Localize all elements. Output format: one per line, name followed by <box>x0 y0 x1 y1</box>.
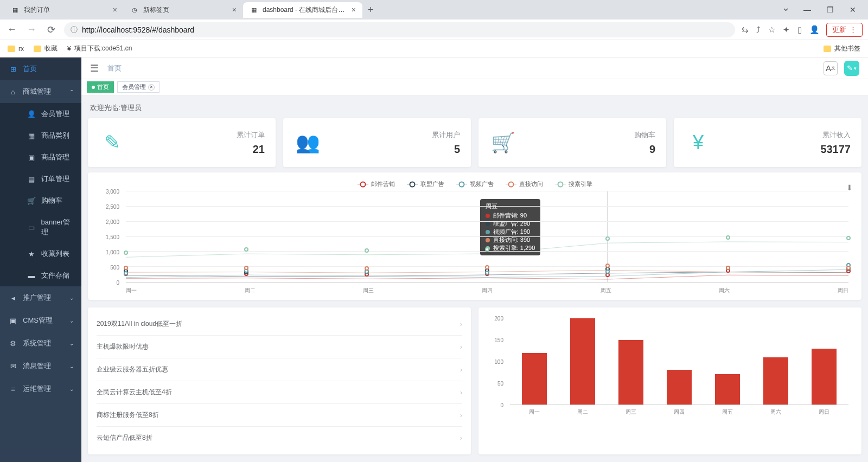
profile-icon[interactable]: 👤 <box>809 25 820 35</box>
bar[interactable] <box>812 349 837 405</box>
language-icon[interactable]: A文 <box>824 61 838 75</box>
sidebar-item-file[interactable]: ▬文件存储 <box>22 265 81 286</box>
browser-tab-active[interactable]: ▦ dashboard - 在线商城后台管理 × <box>243 2 362 18</box>
forward-button[interactable]: → <box>25 23 38 36</box>
list-item[interactable]: 云短信产品低至8折› <box>97 427 462 449</box>
data-point[interactable] <box>726 266 730 270</box>
globe-icon: ◷ <box>130 5 139 14</box>
extensions-icon[interactable]: ✦ <box>783 25 790 35</box>
browser-tab[interactable]: ▦ 我的订单 × <box>4 2 124 18</box>
list-item[interactable]: 商标注册服务低至8折› <box>97 404 462 427</box>
data-point[interactable] <box>605 270 610 274</box>
sidebar-item-banner[interactable]: ▭banner管理 <box>22 211 81 243</box>
list-item[interactable]: 2019双11All in cloud低至一折› <box>97 313 462 336</box>
star-icon[interactable]: ☆ <box>768 25 775 35</box>
bar[interactable] <box>667 370 692 405</box>
close-icon[interactable]: × <box>232 5 237 14</box>
update-button[interactable]: 更新 <box>826 23 863 37</box>
sidebar-item-message[interactable]: ✉消息管理⌄ <box>0 355 81 377</box>
reload-button[interactable]: ⟳ <box>44 23 58 36</box>
y-tick: 200 <box>494 316 503 322</box>
legend-item[interactable]: 搜索引擎 <box>555 180 592 188</box>
panel-icon[interactable]: ▯ <box>797 25 802 35</box>
data-point[interactable] <box>244 247 248 252</box>
legend-item[interactable]: 直接访问 <box>506 180 543 188</box>
list-item[interactable]: 企业级云服务器五折优惠› <box>97 358 462 381</box>
info-icon: ⓘ <box>71 25 78 35</box>
sidebar-item-shop[interactable]: ⌂商城管理⌃ <box>0 80 81 103</box>
back-button[interactable]: ← <box>5 23 18 36</box>
sidebar-item-system[interactable]: ⚙系统管理⌄ <box>0 332 81 355</box>
close-window-button[interactable]: ✕ <box>842 2 864 18</box>
list-item-label: 商标注册服务低至8折 <box>97 410 159 420</box>
close-icon[interactable]: × <box>148 84 155 91</box>
hamburger-icon[interactable]: ☰ <box>90 62 99 74</box>
stat-card-users[interactable]: 👥 累计用户5 <box>283 118 471 167</box>
sidebar-item-promo[interactable]: ◂推广管理⌄ <box>0 286 81 309</box>
share-icon[interactable]: ⤴ <box>756 25 761 34</box>
avatar[interactable]: ✎▾ <box>844 61 859 76</box>
close-icon[interactable]: × <box>352 5 356 14</box>
data-point[interactable] <box>365 266 369 271</box>
bar[interactable] <box>522 353 547 405</box>
data-point[interactable] <box>485 247 489 252</box>
sidebar-item-dashboard[interactable]: ⊞首页 <box>0 57 81 80</box>
sidebar-item-label: 订单管理 <box>41 174 69 184</box>
minimize-button[interactable]: — <box>796 2 818 18</box>
bar[interactable] <box>763 357 788 405</box>
other-bookmarks[interactable]: 其他书签 <box>824 44 860 53</box>
close-icon[interactable]: × <box>113 5 117 14</box>
data-point[interactable] <box>846 266 851 270</box>
chevron-down-icon: ⌄ <box>69 295 74 301</box>
legend-item[interactable]: 联盟广告 <box>407 180 444 188</box>
new-tab-button[interactable]: + <box>362 1 379 19</box>
stat-card-cart[interactable]: 🛒 购物车9 <box>478 118 666 167</box>
stat-card-income[interactable]: ¥ 累计收入53177 <box>674 118 861 167</box>
y-tick: 1,000 <box>106 249 119 255</box>
sidebar-item-cart[interactable]: 🛒购物车 <box>22 190 81 211</box>
bookmark-item[interactable]: ¥项目下载:code51.cn <box>67 44 132 53</box>
sidebar-item-ops[interactable]: ≡运维管理⌄ <box>0 377 81 400</box>
list-item[interactable]: 主机爆款限时优惠› <box>97 336 462 358</box>
data-point[interactable] <box>605 264 610 268</box>
sidebar-item-order[interactable]: ▤订单管理 <box>22 168 81 190</box>
data-point[interactable] <box>124 251 128 255</box>
shop-icon: ⌂ <box>9 88 17 96</box>
bookmark-item[interactable]: 收藏 <box>34 44 58 53</box>
data-point[interactable] <box>124 266 128 270</box>
data-point[interactable] <box>846 236 851 240</box>
data-point[interactable] <box>365 248 369 253</box>
file-icon: ▣ <box>9 317 17 325</box>
data-point[interactable] <box>485 265 489 270</box>
bar[interactable] <box>715 374 740 405</box>
list-item[interactable]: 全民云计算云主机低至4折› <box>97 381 462 404</box>
bookmark-item[interactable]: rx <box>8 45 24 53</box>
y-tick: 2,000 <box>106 219 119 225</box>
tag-member[interactable]: 会员管理× <box>117 81 159 93</box>
data-point[interactable] <box>726 235 730 240</box>
translate-icon[interactable]: ⇆ <box>742 25 749 35</box>
sidebar-item-product[interactable]: ▣商品管理 <box>22 146 81 168</box>
data-point[interactable] <box>244 266 248 270</box>
bar[interactable] <box>570 318 595 405</box>
sidebar-item-category[interactable]: ▦商品类别 <box>22 125 81 146</box>
chevron-up-icon: ⌃ <box>69 89 74 95</box>
sidebar-item-member[interactable]: 👤会员管理 <box>22 103 81 125</box>
bar-plot[interactable] <box>510 318 848 405</box>
x-tick: 周一 <box>529 408 540 416</box>
data-point[interactable] <box>124 271 128 275</box>
address-bar[interactable]: ⓘ http://localhost:9528/#/dashboard <box>64 22 735 37</box>
maximize-button[interactable]: ❐ <box>819 2 841 18</box>
legend-item[interactable]: 邮件营销 <box>358 180 395 188</box>
legend-item[interactable]: 视频广告 <box>456 180 494 188</box>
data-point[interactable] <box>485 271 489 275</box>
stat-card-orders[interactable]: ✎ 累计订单21 <box>88 118 276 167</box>
bar[interactable] <box>618 340 643 405</box>
line-plot[interactable]: 周五 邮件营销: 90联盟广告: 290视频广告: 190直接访问: 390搜索… <box>126 191 848 283</box>
chevron-down-icon[interactable]: ⌄ <box>776 2 795 18</box>
sidebar-item-cms[interactable]: ▣CMS管理⌄ <box>0 309 81 332</box>
tag-home[interactable]: 首页 <box>87 81 114 93</box>
sidebar-item-favorite[interactable]: ★收藏列表 <box>22 243 81 265</box>
browser-tab[interactable]: ◷ 新标签页 × <box>124 2 243 18</box>
data-point[interactable] <box>605 236 610 241</box>
